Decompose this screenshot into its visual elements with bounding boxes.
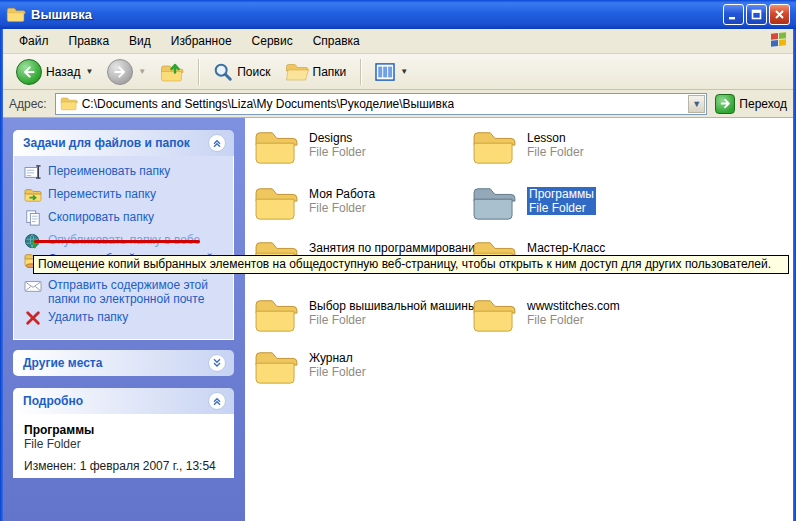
collapse-chevron-icon[interactable]	[208, 134, 226, 152]
address-bar: Адрес: C:\Documents and Settings\Liza\My…	[3, 90, 793, 118]
details-item-name: Программы	[24, 423, 223, 437]
tasks-panel: Задачи для файлов и папок Переименовать …	[13, 130, 234, 340]
folder-icon	[253, 348, 299, 386]
minimize-icon	[728, 9, 739, 20]
folder-name: Выбор вышивальной машины	[309, 299, 477, 313]
folder-icon	[253, 296, 299, 334]
folder-type: File Folder	[309, 365, 366, 379]
task-label: Скопировать папку	[48, 210, 220, 224]
menu-view[interactable]: Вид	[119, 31, 161, 51]
details-header[interactable]: Подробно	[13, 388, 234, 414]
toolbar-separator	[198, 59, 199, 85]
folder-item-vybor-mashiny[interactable]: Выбор вышивальной машиныFile Folder	[253, 296, 465, 334]
task-copy-folder[interactable]: Скопировать папку	[24, 210, 220, 226]
task-pane: Задачи для файлов и папок Переименовать …	[3, 118, 245, 521]
search-button[interactable]: Поиск	[208, 60, 275, 84]
search-label: Поиск	[237, 65, 270, 79]
task-delete-folder[interactable]: Удалить папку	[24, 310, 220, 326]
folder-name: Программы	[527, 187, 596, 201]
address-dropdown-icon[interactable]: ▼	[688, 95, 705, 113]
folder-type: File Folder	[309, 145, 366, 159]
move-folder-icon	[24, 187, 42, 203]
other-places-panel: Другие места	[13, 350, 234, 376]
email-icon	[24, 278, 42, 294]
address-folder-icon	[60, 96, 78, 111]
other-places-header[interactable]: Другие места	[13, 350, 234, 376]
window-titlebar: Вышивка	[0, 0, 796, 29]
minimize-button[interactable]	[723, 4, 744, 25]
collapse-chevron-icon[interactable]	[208, 392, 226, 410]
forward-button[interactable]: ▼	[102, 57, 151, 87]
explorer-window: Вышивка Файл Правка Вид Избранное Сервис…	[0, 0, 796, 521]
back-icon	[16, 59, 42, 85]
tasks-panel-header[interactable]: Задачи для файлов и папок	[13, 130, 234, 156]
views-dropdown-icon[interactable]: ▼	[400, 67, 408, 76]
window-title: Вышивка	[31, 7, 723, 22]
folder-name: wwwstitches.com	[527, 299, 620, 313]
details-title: Подробно	[23, 394, 83, 408]
folder-name: Designs	[309, 131, 366, 145]
forward-dropdown-icon[interactable]: ▼	[138, 67, 146, 76]
maximize-button[interactable]	[746, 4, 767, 25]
folder-icon	[253, 184, 299, 222]
back-label: Назад	[46, 65, 80, 79]
up-button[interactable]	[155, 59, 189, 85]
folder-icon	[471, 296, 517, 334]
folders-button[interactable]: Папки	[280, 60, 352, 84]
folder-name: Мастер-Класс	[527, 241, 605, 255]
up-folder-icon	[160, 61, 184, 83]
standard-toolbar: Назад ▼ ▼ Поиск	[3, 54, 793, 90]
go-label: Переход	[739, 97, 787, 111]
folder-icon	[253, 128, 299, 166]
folder-item-lesson[interactable]: LessonFile Folder	[471, 128, 683, 166]
search-icon	[213, 62, 233, 82]
go-icon	[715, 94, 735, 114]
folder-item-wwwstitches[interactable]: wwwstitches.comFile Folder	[471, 296, 683, 334]
toolbar-separator	[360, 59, 361, 85]
content-area: Задачи для файлов и папок Переименовать …	[3, 118, 793, 521]
task-move-folder[interactable]: Переместить папку	[24, 187, 220, 203]
menu-help[interactable]: Справка	[303, 31, 370, 51]
close-icon	[774, 9, 785, 20]
folder-name: Моя Работа	[309, 187, 375, 201]
forward-icon	[107, 59, 133, 85]
rename-folder-icon	[24, 164, 42, 180]
folder-item-programmy-selected[interactable]: ПрограммыFile Folder	[471, 184, 683, 222]
details-item-type: File Folder	[24, 437, 223, 451]
folders-label: Папки	[313, 65, 347, 79]
folder-item-moya-rabota[interactable]: Моя РаботаFile Folder	[253, 184, 465, 222]
go-button[interactable]: Переход	[715, 94, 787, 114]
menu-edit[interactable]: Правка	[59, 31, 120, 51]
back-dropdown-icon[interactable]: ▼	[85, 67, 93, 76]
back-button[interactable]: Назад ▼	[11, 57, 98, 87]
address-input[interactable]: C:\Documents and Settings\Liza\My Docume…	[55, 93, 708, 115]
folder-type: File Folder	[309, 201, 375, 215]
expand-chevron-icon[interactable]	[208, 354, 226, 372]
menu-file[interactable]: Файл	[9, 31, 59, 51]
tasks-panel-body: Переименовать папку Переместить папку	[13, 156, 234, 340]
address-label: Адрес:	[9, 97, 47, 111]
details-item-modified: Изменен: 1 февраля 2007 г., 13:54	[24, 459, 223, 473]
maximize-icon	[751, 9, 762, 20]
task-label: Удалить папку	[48, 310, 220, 324]
tasks-panel-title: Задачи для файлов и папок	[23, 136, 190, 150]
task-email-folder[interactable]: Отправить содержимое этой папки по элект…	[24, 278, 220, 306]
folder-name: Lesson	[527, 131, 584, 145]
copy-folder-icon	[24, 210, 42, 226]
publish-task-tooltip: Помещение копий выбранных элементов на о…	[33, 255, 789, 274]
folder-icon	[471, 184, 517, 222]
menu-bar: Файл Правка Вид Избранное Сервис Справка	[3, 29, 793, 54]
window-folder-icon	[6, 6, 26, 23]
folder-type: File Folder	[527, 145, 584, 159]
task-rename-folder[interactable]: Переименовать папку	[24, 164, 220, 180]
folder-item-zhurnal[interactable]: ЖурналFile Folder	[253, 348, 465, 386]
menu-favorites[interactable]: Избранное	[161, 31, 242, 51]
close-button[interactable]	[769, 4, 790, 25]
folder-item-designs[interactable]: DesignsFile Folder	[253, 128, 465, 166]
details-panel: Подробно Программы File Folder Изменен: …	[13, 388, 234, 478]
other-places-title: Другие места	[23, 356, 102, 370]
folder-type: File Folder	[527, 313, 620, 327]
views-icon	[375, 63, 395, 81]
menu-tools[interactable]: Сервис	[242, 31, 303, 51]
views-button[interactable]: ▼	[370, 61, 413, 83]
